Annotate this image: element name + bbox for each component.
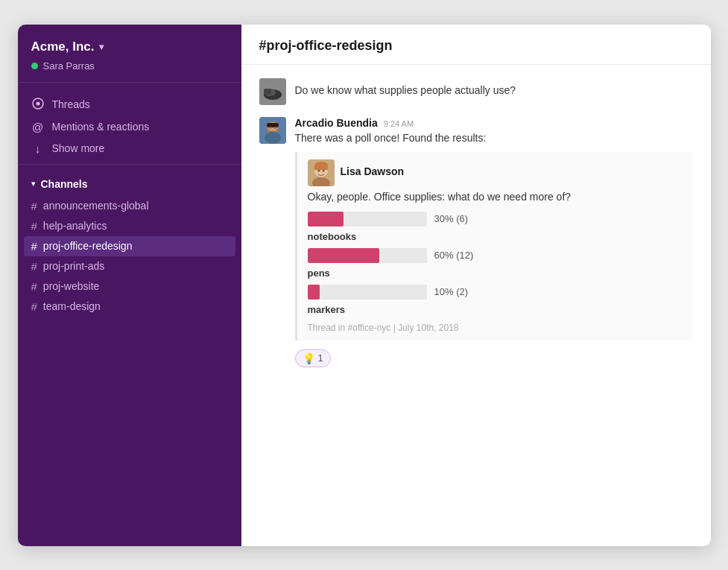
channel-label: proj-office-redesign [43,240,133,252]
svg-point-1 [36,101,39,105]
message-time: 9:24 AM [384,119,414,128]
poll-label: pens [308,267,683,279]
more-icon: ↓ [31,142,45,155]
channel-label: team-design [43,300,101,312]
quote-header: Lisa Dawson [308,159,683,186]
sidebar-item-proj-website[interactable]: # proj-website [18,276,241,297]
message-sender: Arcadio Buendia 9:24 AM [295,117,693,129]
channels-header-label: Channels [41,178,88,190]
sidebar: Acme, Inc. ▾ Sara Parras Threads @ [18,25,241,546]
sidebar-item-proj-office-redesign[interactable]: # proj-office-redesign [24,236,235,256]
main-content: #proj-office-redesign Do we know what su… [241,25,711,546]
sidebar-item-threads[interactable]: Threads [18,93,241,116]
message-text: There was a poll once! Found the results… [295,130,693,146]
poll-label: markers [308,304,683,315]
sidebar-item-more[interactable]: ↓ Show more [18,138,241,159]
poll-pct: 10% (2) [434,286,469,297]
mentions-icon: @ [31,121,45,133]
message-row: Arcadio Buendia 9:24 AM There was a poll… [259,117,693,367]
sidebar-item-proj-print-ads[interactable]: # proj-print-ads [18,256,241,276]
channel-label: proj-print-ads [43,260,104,272]
hash-icon: # [31,260,37,273]
poll-item-pens: 60% (12) pens [308,248,683,279]
sidebar-item-mentions[interactable]: @ Mentions & reactions [18,116,241,138]
thread-quote: Lisa Dawson Okay, people. Office supplie… [295,152,693,341]
svg-point-15 [274,127,276,129]
poll-label: notebooks [308,231,683,242]
workspace-chevron-icon: ▾ [99,42,104,52]
avatar [259,78,286,105]
svg-rect-5 [264,89,271,95]
sender-name: Arcadio Buendia [295,117,378,129]
threads-label: Threads [52,98,90,110]
quote-sender: Lisa Dawson [341,165,405,177]
channel-header: #proj-office-redesign [241,25,711,65]
message-body: Arcadio Buendia 9:24 AM There was a poll… [295,117,693,367]
reaction-row: 💡 1 [295,349,693,367]
channel-title: #proj-office-redesign [259,38,393,53]
user-status: Sara Parras [31,60,228,72]
thread-footer: Thread in #office-nyc | July 10th, 2018 [308,323,683,333]
channel-label: help-analytics [43,220,107,232]
poll-item-markers: 10% (2) markers [308,285,683,315]
workspace-label: Acme, Inc. [31,39,95,54]
reaction-badge[interactable]: 💡 1 [295,349,331,367]
svg-point-9 [265,132,281,144]
channel-label: proj-website [43,280,99,292]
quote-text: Okay, people. Office supplies: what do w… [308,191,683,203]
svg-rect-11 [267,123,279,127]
hash-icon: # [31,220,37,232]
channels-toggle-icon: ▾ [31,180,35,188]
hash-icon: # [31,240,37,253]
svg-rect-22 [314,165,328,170]
svg-point-14 [270,127,271,129]
channels-section: ▾ Channels # announcements-global # help… [18,165,241,317]
poll-bar-bg [308,248,427,263]
poll-bar-fill [308,248,379,263]
reaction-emoji: 💡 [303,352,315,364]
avatar-lisa [308,159,335,186]
poll-bar-fill [308,212,344,227]
sidebar-item-announcements-global[interactable]: # announcements-global [18,196,241,216]
poll-bar-fill [308,285,320,300]
sidebar-item-help-analytics[interactable]: # help-analytics [18,216,241,236]
sidebar-header: Acme, Inc. ▾ Sara Parras [18,25,241,83]
username-label: Sara Parras [43,60,95,72]
message-text: Do we know what supplies people actually… [295,78,516,96]
poll-bar-bg [308,212,427,227]
hash-icon: # [31,300,37,313]
poll-bar-bg [308,285,427,300]
hash-icon: # [31,280,37,293]
poll-pct: 60% (12) [434,250,474,261]
online-status-dot [31,63,38,69]
sidebar-nav: Threads @ Mentions & reactions ↓ Show mo… [18,83,241,165]
poll-item-notebooks: 30% (6) notebooks [308,212,683,242]
mentions-label: Mentions & reactions [52,121,150,133]
poll-row: 60% (12) [308,248,683,263]
app-window: Acme, Inc. ▾ Sara Parras Threads @ [18,25,711,546]
poll-row: 30% (6) [308,212,683,227]
more-label: Show more [52,142,105,154]
channels-header[interactable]: ▾ Channels [18,175,241,196]
sidebar-item-team-design[interactable]: # team-design [18,297,241,317]
message-row: Do we know what supplies people actually… [259,78,693,105]
threads-icon [31,98,45,112]
hash-icon: # [31,200,37,212]
workspace-name[interactable]: Acme, Inc. ▾ [31,39,228,54]
channel-label: announcements-global [43,200,149,212]
poll-row: 10% (2) [308,285,683,300]
avatar [259,117,286,144]
poll-pct: 30% (6) [434,213,469,224]
reaction-count: 1 [318,352,323,364]
messages-area[interactable]: Do we know what supplies people actually… [241,65,711,546]
